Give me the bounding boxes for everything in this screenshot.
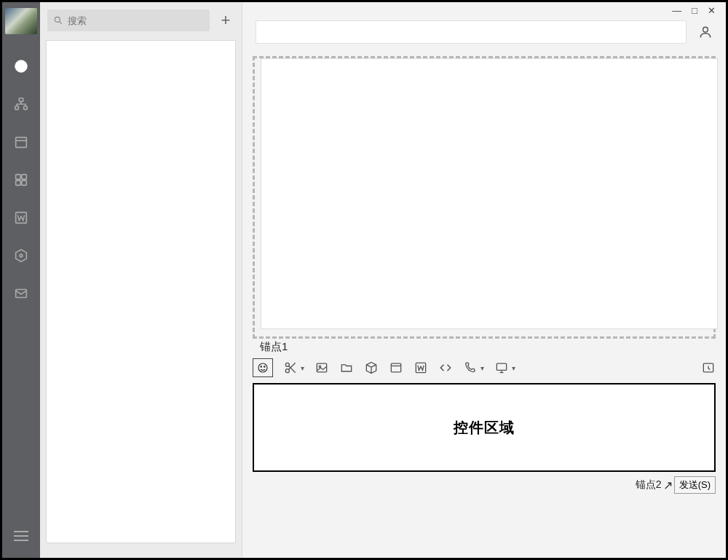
compose-area[interactable]: 控件区域 <box>253 383 716 472</box>
svg-rect-22 <box>416 363 425 372</box>
svg-point-16 <box>264 366 266 368</box>
search-icon <box>53 15 63 25</box>
history-icon <box>701 360 716 375</box>
svg-rect-21 <box>391 363 400 372</box>
chat-circle-icon <box>13 58 29 74</box>
svg-rect-3 <box>24 106 28 110</box>
svg-rect-2 <box>15 106 19 110</box>
code-icon <box>438 360 453 375</box>
nav-apps[interactable] <box>9 168 33 192</box>
profile-button[interactable] <box>695 22 716 42</box>
emoji-icon <box>256 361 269 374</box>
add-conversation-button[interactable]: + <box>217 12 234 29</box>
emoji-button[interactable] <box>253 358 273 377</box>
message-list[interactable] <box>261 58 718 329</box>
nav-mail[interactable] <box>9 282 33 305</box>
folder-icon <box>339 360 354 375</box>
call-button[interactable]: ▾ <box>463 358 484 377</box>
menu-button[interactable] <box>9 524 33 548</box>
svg-rect-23 <box>496 363 506 370</box>
calendar-icon <box>13 134 29 150</box>
send-button[interactable]: 发送(S) <box>674 476 716 494</box>
nav-org[interactable] <box>9 92 33 116</box>
screen-share-button[interactable]: ▾ <box>494 358 515 377</box>
anchor-2-arrow-icon: ↗ <box>663 478 673 492</box>
svg-rect-4 <box>16 138 27 148</box>
nav-word[interactable] <box>9 206 33 229</box>
chat-header <box>242 18 726 50</box>
chevron-down-icon: ▾ <box>480 364 484 372</box>
svg-rect-1 <box>19 98 23 102</box>
nav-rail <box>2 2 40 558</box>
avatar[interactable] <box>5 8 37 34</box>
maximize-button[interactable]: □ <box>692 5 697 16</box>
svg-rect-8 <box>22 181 26 185</box>
history-button[interactable] <box>701 358 716 377</box>
window-button[interactable] <box>389 358 403 377</box>
search-box[interactable] <box>47 9 210 31</box>
image-icon <box>314 360 329 375</box>
doc-button[interactable] <box>414 358 428 377</box>
hexagon-icon <box>13 248 29 264</box>
nav-hex[interactable] <box>9 244 33 267</box>
window-controls: — □ ✕ <box>242 2 726 18</box>
window-icon <box>389 360 403 375</box>
svg-point-13 <box>703 27 708 32</box>
sidebar: + <box>40 2 242 558</box>
image-button[interactable] <box>314 358 329 377</box>
screenshot-button[interactable]: ▾ <box>283 358 304 377</box>
compose-toolbar: ▾ <box>242 354 726 380</box>
svg-rect-5 <box>16 175 20 179</box>
svg-rect-7 <box>16 181 20 185</box>
svg-point-0 <box>15 60 28 73</box>
screen-share-icon <box>494 360 509 375</box>
nav-calendar[interactable] <box>9 130 33 154</box>
message-region-outline <box>253 56 716 339</box>
org-chart-icon <box>13 96 29 112</box>
word-square-icon <box>414 360 428 375</box>
svg-point-14 <box>258 363 267 372</box>
file-button[interactable] <box>339 358 354 377</box>
phone-icon <box>463 360 478 375</box>
svg-rect-9 <box>16 213 27 224</box>
mail-icon <box>13 285 29 301</box>
main-area: — □ ✕ 锚点1 <box>242 2 726 558</box>
code-button[interactable] <box>438 358 453 377</box>
word-icon <box>13 210 29 226</box>
nav-chat[interactable] <box>9 55 33 78</box>
chat-title-box <box>256 20 687 44</box>
conversation-list[interactable] <box>46 40 236 543</box>
svg-rect-6 <box>22 175 26 179</box>
anchor-1-label: 锚点1 <box>260 340 716 354</box>
svg-point-15 <box>261 366 262 368</box>
chevron-down-icon: ▾ <box>301 364 304 372</box>
svg-point-10 <box>20 254 23 257</box>
person-icon <box>698 25 713 39</box>
message-area-wrap: 锚点1 <box>253 56 716 354</box>
close-button[interactable]: ✕ <box>708 5 716 16</box>
compose-placeholder: 控件区域 <box>454 418 515 438</box>
scissors-icon <box>283 360 298 375</box>
cube-button[interactable] <box>364 358 379 377</box>
anchor-2-label: 锚点2 <box>636 478 662 492</box>
minimize-button[interactable]: — <box>672 5 681 16</box>
app-root: + — □ ✕ 锚点1 <box>2 2 726 558</box>
cube-icon <box>364 360 379 375</box>
search-input[interactable] <box>68 15 204 26</box>
chevron-down-icon: ▾ <box>512 364 515 372</box>
apps-grid-icon <box>13 172 29 188</box>
svg-point-12 <box>55 17 60 22</box>
search-row: + <box>40 2 242 37</box>
send-row: 锚点2 ↗ 发送(S) <box>242 472 726 501</box>
